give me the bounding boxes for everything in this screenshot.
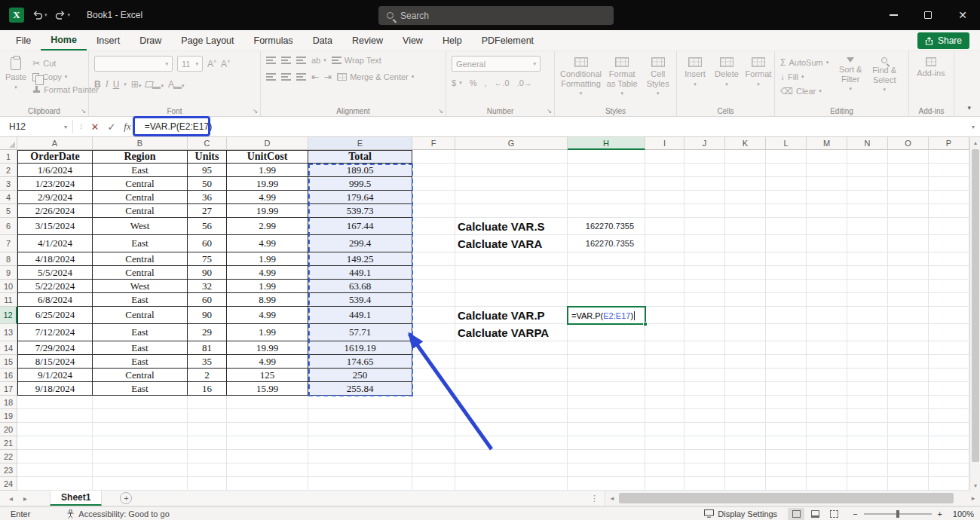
cell-C14[interactable]: 81 xyxy=(188,341,227,355)
cell-F13[interactable] xyxy=(412,324,455,341)
tab-page-layout[interactable]: Page Layout xyxy=(171,30,243,50)
cell-P16[interactable] xyxy=(929,369,969,382)
cell-P21[interactable] xyxy=(929,436,969,450)
cell-N20[interactable] xyxy=(847,423,888,436)
delete-cells-button[interactable]: Delete▾ xyxy=(714,56,740,87)
decrease-font-icon[interactable]: A˅ xyxy=(221,59,230,69)
next-sheet-icon[interactable]: ▸ xyxy=(23,494,27,503)
cell-C22[interactable] xyxy=(188,450,227,463)
cell-D1[interactable]: UnitCost xyxy=(227,150,308,164)
cell-M5[interactable] xyxy=(807,204,847,218)
cell-N19[interactable] xyxy=(847,409,888,423)
cell-K8[interactable] xyxy=(725,252,766,266)
cell-P5[interactable] xyxy=(929,204,969,218)
cell-H11[interactable] xyxy=(568,293,645,307)
cell-F2[interactable] xyxy=(412,164,455,177)
cell-C6[interactable]: 56 xyxy=(188,218,227,235)
cell-B23[interactable] xyxy=(93,463,188,477)
cell-A7[interactable]: 4/1/2024 xyxy=(17,235,93,252)
normal-view-button[interactable] xyxy=(788,508,804,520)
cell-P1[interactable] xyxy=(929,150,969,164)
cell-O19[interactable] xyxy=(888,409,929,423)
column-header-L[interactable]: L xyxy=(766,137,807,150)
cell-F14[interactable] xyxy=(412,341,455,355)
cell-J18[interactable] xyxy=(684,396,725,409)
cell-B17[interactable]: East xyxy=(93,382,188,396)
previous-sheet-icon[interactable]: ◂ xyxy=(9,494,13,503)
cell-M20[interactable] xyxy=(807,423,847,436)
tab-data[interactable]: Data xyxy=(303,30,342,50)
cell-L12[interactable] xyxy=(766,307,807,324)
cell-J6[interactable] xyxy=(684,218,725,235)
cell-B24[interactable] xyxy=(93,477,188,491)
cell-J16[interactable] xyxy=(684,369,725,382)
cell-G9[interactable] xyxy=(455,266,568,280)
row-header-12[interactable]: 12 xyxy=(0,307,17,324)
column-header-C[interactable]: C xyxy=(188,137,227,150)
cell-N6[interactable] xyxy=(847,218,888,235)
cell-I23[interactable] xyxy=(645,463,684,477)
cell-F24[interactable] xyxy=(412,477,455,491)
row-header-8[interactable]: 8 xyxy=(0,252,17,266)
page-layout-view-button[interactable] xyxy=(807,508,823,520)
cell-F10[interactable] xyxy=(412,280,455,293)
cell-B21[interactable] xyxy=(93,436,188,450)
cell-H6[interactable]: 162270.7355 xyxy=(568,218,645,235)
row-header-1[interactable]: 1 xyxy=(0,150,17,164)
cell-B14[interactable]: East xyxy=(93,341,188,355)
cell-K19[interactable] xyxy=(725,409,766,423)
cell-A15[interactable]: 8/15/2024 xyxy=(17,355,93,369)
cell-B9[interactable]: Central xyxy=(93,266,188,280)
cell-K21[interactable] xyxy=(725,436,766,450)
cell-F8[interactable] xyxy=(412,252,455,266)
cell-C18[interactable] xyxy=(188,396,227,409)
cell-A21[interactable] xyxy=(17,436,93,450)
cell-J22[interactable] xyxy=(684,450,725,463)
cell-P20[interactable] xyxy=(929,423,969,436)
cell-G17[interactable] xyxy=(455,382,568,396)
cell-P24[interactable] xyxy=(929,477,969,491)
autosum-button[interactable]: ΣAutoSum▾ xyxy=(780,57,828,68)
cell-P2[interactable] xyxy=(929,164,969,177)
row-header-18[interactable]: 18 xyxy=(0,396,17,409)
tab-view[interactable]: View xyxy=(393,30,433,50)
select-all-button[interactable] xyxy=(0,137,17,150)
cell-N16[interactable] xyxy=(847,369,888,382)
cell-L11[interactable] xyxy=(766,293,807,307)
cell-E12[interactable]: 449.1 xyxy=(308,307,412,324)
cell-M6[interactable] xyxy=(807,218,847,235)
cell-L14[interactable] xyxy=(766,341,807,355)
cell-J1[interactable] xyxy=(684,150,725,164)
cell-L23[interactable] xyxy=(766,463,807,477)
cell-P15[interactable] xyxy=(929,355,969,369)
cell-L9[interactable] xyxy=(766,266,807,280)
cell-I20[interactable] xyxy=(645,423,684,436)
cell-F22[interactable] xyxy=(412,450,455,463)
cell-L10[interactable] xyxy=(766,280,807,293)
cell-L1[interactable] xyxy=(766,150,807,164)
horizontal-scrollbar-thumb[interactable] xyxy=(619,493,954,503)
cell-P12[interactable] xyxy=(929,307,969,324)
cell-E8[interactable]: 149.25 xyxy=(308,252,412,266)
font-name-combo[interactable]: ▾ xyxy=(94,56,173,72)
cell-I12[interactable] xyxy=(645,307,684,324)
cell-J11[interactable] xyxy=(684,293,725,307)
cell-P13[interactable] xyxy=(929,324,969,341)
cell-E14[interactable]: 1619.19 xyxy=(308,341,412,355)
column-header-H[interactable]: H xyxy=(568,137,645,150)
cell-F1[interactable] xyxy=(412,150,455,164)
cell-K12[interactable] xyxy=(725,307,766,324)
cell-H8[interactable] xyxy=(568,252,645,266)
cell-B11[interactable]: East xyxy=(93,293,188,307)
format-cells-button[interactable]: Format▾ xyxy=(746,56,771,87)
comma-button[interactable]: , xyxy=(484,78,486,87)
cell-E20[interactable] xyxy=(308,423,412,436)
cell-E15[interactable]: 174.65 xyxy=(308,355,412,369)
cell-C16[interactable]: 2 xyxy=(188,369,227,382)
cell-C7[interactable]: 60 xyxy=(188,235,227,252)
increase-font-icon[interactable]: A˄ xyxy=(207,59,216,69)
cell-L19[interactable] xyxy=(766,409,807,423)
cell-D10[interactable]: 1.99 xyxy=(227,280,308,293)
alignment-dialog-launcher[interactable]: ↘ xyxy=(438,108,443,115)
active-cell-editor[interactable]: =VAR.P(E2:E17) xyxy=(567,306,646,325)
